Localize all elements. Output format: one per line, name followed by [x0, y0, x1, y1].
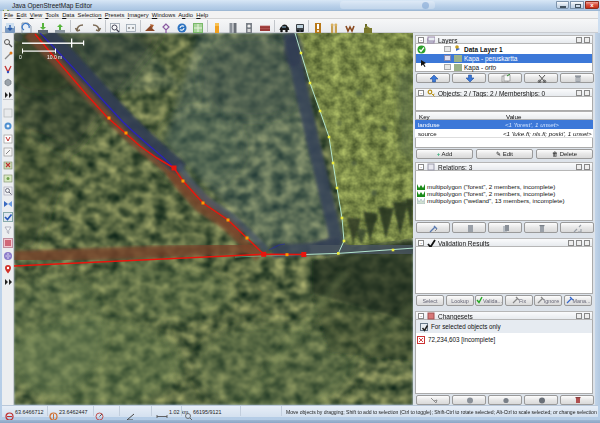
svg-text:0: 0	[19, 54, 22, 60]
svg-text:10.0 m: 10.0 m	[47, 54, 62, 60]
